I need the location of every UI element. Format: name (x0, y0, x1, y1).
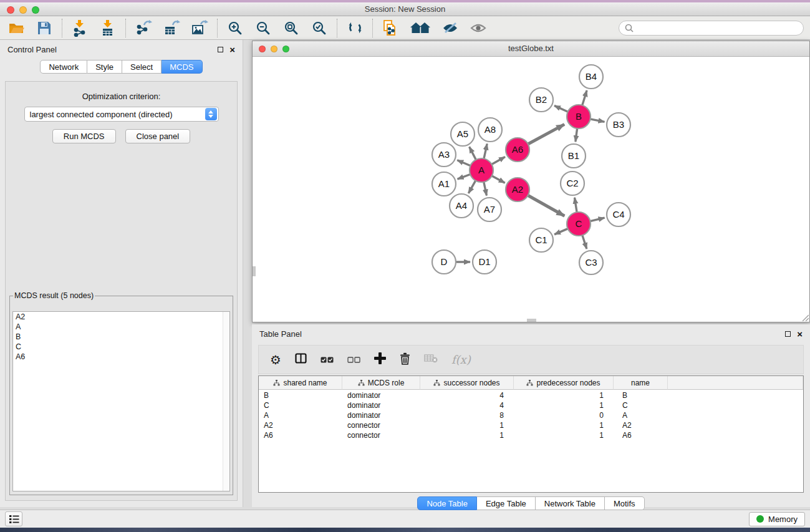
table-cell[interactable]: 1 (420, 430, 514, 440)
table-cell[interactable]: dominator (342, 400, 420, 410)
table-cell[interactable]: B (259, 390, 342, 400)
table-cell[interactable]: A2 (259, 420, 342, 430)
table-cell[interactable]: 1 (420, 420, 514, 430)
canvas-bottom-scrollmark[interactable] (527, 319, 536, 322)
tab-select[interactable]: Select (122, 60, 162, 74)
result-item[interactable]: A6 (13, 352, 229, 362)
close-panel-icon[interactable]: × (229, 47, 235, 52)
tab-mcds[interactable]: MCDS (162, 60, 202, 74)
graph-node-A3[interactable]: A3 (432, 143, 456, 167)
search-input[interactable] (637, 24, 798, 32)
table-cell[interactable]: dominator (342, 390, 420, 400)
table-cell[interactable]: 4 (420, 390, 514, 400)
graph-edge[interactable] (528, 124, 564, 144)
graph-edge[interactable] (591, 119, 605, 122)
save-session-button[interactable] (36, 19, 53, 37)
delete-table-button[interactable] (424, 354, 438, 365)
network-zoom-icon[interactable] (282, 46, 289, 52)
mcds-result-list[interactable]: A2ABCA6 (12, 311, 230, 491)
table-settings-button[interactable]: ⚙ (270, 354, 281, 366)
table-cell[interactable]: A6 (259, 430, 342, 440)
table-cell[interactable]: 1 (514, 400, 614, 410)
table-cell[interactable]: C (614, 400, 668, 410)
graph-node-B1[interactable]: B1 (562, 144, 586, 168)
table-cell[interactable]: 8 (420, 410, 514, 420)
hide-visibility-button[interactable] (441, 19, 459, 37)
select-all-button[interactable] (321, 354, 334, 365)
zoom-out-button[interactable] (254, 19, 272, 37)
network-view-titlebar[interactable]: testGlobe.txt (253, 41, 809, 57)
network-canvas[interactable]: B4B2BB3A5A8A6A3B1AA1C2A2A4A7C4CC1C3DD1 (253, 57, 809, 322)
table-cell[interactable]: 4 (420, 400, 514, 410)
graph-node-D[interactable]: D (432, 250, 456, 274)
graph-edge[interactable] (528, 195, 565, 216)
result-item[interactable]: B (13, 332, 229, 342)
canvas-left-scrollmark[interactable] (253, 266, 256, 276)
function-builder-button[interactable]: f(x) (451, 353, 471, 366)
memory-button[interactable]: Memory (749, 512, 805, 526)
export-table-button[interactable] (163, 19, 180, 37)
result-item[interactable]: C (13, 342, 229, 352)
graph-node-A[interactable]: A (470, 158, 493, 182)
close-window-icon[interactable] (7, 6, 14, 14)
open-session-button[interactable] (7, 19, 25, 37)
show-tasks-button[interactable] (5, 511, 22, 526)
graph-node-B3[interactable]: B3 (607, 113, 630, 137)
tab-network-table[interactable]: Network Table (536, 496, 605, 510)
refresh-button[interactable] (346, 19, 364, 37)
graph-edge[interactable] (468, 181, 475, 193)
graph-node-B[interactable]: B (567, 105, 591, 128)
criterion-dropdown[interactable]: largest connected component (directed) (24, 107, 219, 122)
table-cell[interactable]: C (259, 400, 342, 410)
table-cell[interactable]: A6 (614, 430, 668, 440)
graph-node-B4[interactable]: B4 (579, 65, 603, 89)
column-header[interactable]: name (614, 376, 668, 390)
add-column-button[interactable] (374, 352, 386, 367)
graph-edge[interactable] (591, 218, 605, 221)
run-mcds-button[interactable]: Run MCDS (52, 129, 116, 143)
table-cell[interactable]: B (614, 390, 668, 400)
search-field[interactable] (619, 21, 804, 36)
graph-node-C4[interactable]: C4 (607, 203, 630, 226)
network-close-icon[interactable] (259, 46, 266, 52)
table-cell[interactable]: 0 (514, 410, 614, 420)
export-image-button[interactable] (191, 19, 208, 37)
table-cell[interactable]: dominator (342, 410, 420, 420)
table-cell[interactable]: A (614, 410, 668, 420)
table-cell[interactable]: 1 (514, 420, 614, 430)
graph-node-C1[interactable]: C1 (529, 228, 553, 252)
graph-node-A6[interactable]: A6 (506, 138, 529, 162)
graph-edge[interactable] (492, 157, 506, 164)
graph-node-C2[interactable]: C2 (561, 172, 584, 195)
tab-node-table[interactable]: Node Table (417, 496, 477, 510)
graph-edge[interactable] (582, 90, 587, 105)
graph-edge[interactable] (484, 182, 487, 196)
deselect-all-button[interactable] (347, 354, 360, 365)
column-header[interactable]: shared name (259, 376, 342, 390)
graph-edge[interactable] (575, 198, 577, 213)
result-item[interactable]: A2 (13, 312, 229, 322)
graph-edge[interactable] (470, 147, 476, 160)
home-button[interactable] (410, 19, 431, 37)
column-header[interactable]: successor nodes (420, 376, 514, 390)
table-cell[interactable]: A2 (614, 420, 668, 430)
graph-node-A7[interactable]: A7 (478, 198, 501, 221)
zoom-selected-button[interactable] (311, 19, 328, 37)
column-header[interactable]: MCDS role (342, 376, 420, 390)
graph-node-A8[interactable]: A8 (478, 118, 502, 142)
zoom-window-icon[interactable] (32, 6, 39, 14)
table-float-icon[interactable] (785, 331, 791, 337)
graph-node-A5[interactable]: A5 (451, 122, 475, 146)
result-item[interactable]: A (13, 322, 229, 332)
tab-edge-table[interactable]: Edge Table (477, 496, 536, 510)
graph-edge[interactable] (484, 144, 487, 159)
show-columns-button[interactable] (295, 353, 307, 366)
minimize-window-icon[interactable] (19, 6, 27, 14)
graph-edge[interactable] (582, 235, 587, 249)
graph-node-C3[interactable]: C3 (579, 251, 603, 274)
import-table-button[interactable] (99, 19, 117, 37)
import-network-button[interactable] (71, 19, 89, 37)
result-scrollbar[interactable] (223, 312, 229, 491)
network-minimize-icon[interactable] (271, 46, 277, 52)
column-header[interactable]: predecessor nodes (514, 376, 614, 390)
